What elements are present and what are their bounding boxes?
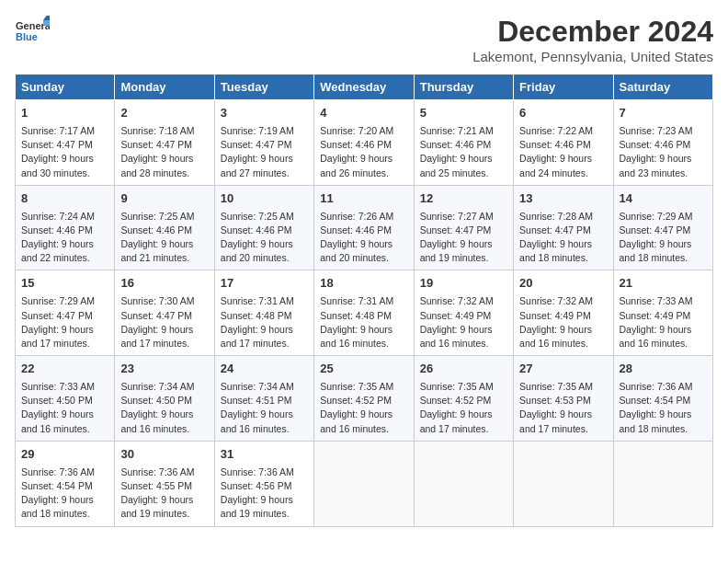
sunrise-text: Sunrise: 7:17 AM <box>21 125 95 136</box>
day-number: 15 <box>21 275 108 293</box>
sunrise-text: Sunrise: 7:36 AM <box>221 466 294 477</box>
calendar-table: Sunday Monday Tuesday Wednesday Thursday… <box>15 74 713 527</box>
daylight-text: Daylight: 9 hours and 20 minutes. <box>320 238 392 263</box>
daylight-text: Daylight: 9 hours and 19 minutes. <box>120 494 193 519</box>
sunset-text: Sunset: 4:48 PM <box>221 310 292 321</box>
daylight-text: Daylight: 9 hours and 16 minutes. <box>320 324 392 349</box>
col-monday: Monday <box>115 75 214 100</box>
sunset-text: Sunset: 4:52 PM <box>320 395 392 406</box>
table-row: 15Sunrise: 7:29 AMSunset: 4:47 PMDayligh… <box>16 270 115 356</box>
col-friday: Friday <box>514 75 613 100</box>
table-row: 3Sunrise: 7:19 AMSunset: 4:47 PMDaylight… <box>214 100 313 186</box>
day-number: 23 <box>120 361 208 378</box>
table-row <box>414 441 513 526</box>
col-tuesday: Tuesday <box>214 75 313 100</box>
sunrise-text: Sunrise: 7:33 AM <box>620 295 693 306</box>
sunrise-text: Sunrise: 7:26 AM <box>320 211 393 222</box>
sunset-text: Sunset: 4:46 PM <box>420 139 492 150</box>
page-header: General Blue December 2024 Lakemont, Pen… <box>15 15 713 64</box>
sunrise-text: Sunrise: 7:30 AM <box>120 295 194 306</box>
daylight-text: Daylight: 9 hours and 17 minutes. <box>221 324 293 349</box>
day-number: 21 <box>620 275 707 293</box>
sunset-text: Sunset: 4:46 PM <box>320 224 392 236</box>
table-row: 1Sunrise: 7:17 AMSunset: 4:47 PMDaylight… <box>16 100 115 186</box>
table-row: 25Sunrise: 7:35 AMSunset: 4:52 PMDayligh… <box>314 356 414 442</box>
svg-marker-3 <box>43 20 50 26</box>
sunset-text: Sunset: 4:54 PM <box>21 480 93 491</box>
table-row: 2Sunrise: 7:18 AMSunset: 4:47 PMDaylight… <box>115 100 214 186</box>
sunset-text: Sunset: 4:47 PM <box>420 224 492 236</box>
daylight-text: Daylight: 9 hours and 17 minutes. <box>519 408 592 433</box>
col-wednesday: Wednesday <box>314 75 414 100</box>
daylight-text: Daylight: 9 hours and 16 minutes. <box>519 324 592 349</box>
sunset-text: Sunset: 4:52 PM <box>420 395 492 406</box>
calendar-row: 29Sunrise: 7:36 AMSunset: 4:54 PMDayligh… <box>16 441 713 526</box>
day-number: 10 <box>221 190 308 208</box>
sunset-text: Sunset: 4:46 PM <box>620 139 691 150</box>
sunset-text: Sunset: 4:50 PM <box>120 395 192 406</box>
sunrise-text: Sunrise: 7:27 AM <box>420 211 494 222</box>
calendar-row: 22Sunrise: 7:33 AMSunset: 4:50 PMDayligh… <box>16 356 713 442</box>
daylight-text: Daylight: 9 hours and 23 minutes. <box>620 153 692 178</box>
day-number: 16 <box>120 275 208 293</box>
daylight-text: Daylight: 9 hours and 28 minutes. <box>120 153 193 178</box>
sunrise-text: Sunrise: 7:33 AM <box>21 381 95 392</box>
sunrise-text: Sunrise: 7:32 AM <box>420 295 494 306</box>
table-row: 23Sunrise: 7:34 AMSunset: 4:50 PMDayligh… <box>115 356 214 442</box>
logo: General Blue <box>15 15 50 50</box>
table-row: 28Sunrise: 7:36 AMSunset: 4:54 PMDayligh… <box>613 356 712 442</box>
day-number: 9 <box>120 190 208 208</box>
day-number: 28 <box>620 361 707 378</box>
sunrise-text: Sunrise: 7:29 AM <box>21 295 95 306</box>
title-block: December 2024 Lakemont, Pennsylvania, Un… <box>472 15 713 64</box>
sunset-text: Sunset: 4:49 PM <box>519 310 591 321</box>
table-row: 29Sunrise: 7:36 AMSunset: 4:54 PMDayligh… <box>16 441 115 526</box>
month-title: December 2024 <box>472 15 713 49</box>
table-row: 4Sunrise: 7:20 AMSunset: 4:46 PMDaylight… <box>314 100 414 186</box>
sunrise-text: Sunrise: 7:35 AM <box>320 381 393 392</box>
logo-container: General Blue <box>15 15 50 50</box>
sunrise-text: Sunrise: 7:31 AM <box>221 295 294 306</box>
day-number: 14 <box>620 190 707 208</box>
table-row: 19Sunrise: 7:32 AMSunset: 4:49 PMDayligh… <box>414 270 513 356</box>
day-number: 4 <box>320 105 407 122</box>
sunset-text: Sunset: 4:47 PM <box>120 310 192 321</box>
day-number: 11 <box>320 190 407 208</box>
sunset-text: Sunset: 4:46 PM <box>21 224 93 236</box>
sunset-text: Sunset: 4:46 PM <box>519 139 591 150</box>
daylight-text: Daylight: 9 hours and 17 minutes. <box>21 324 94 349</box>
sunrise-text: Sunrise: 7:31 AM <box>320 295 393 306</box>
calendar-body: 1Sunrise: 7:17 AMSunset: 4:47 PMDaylight… <box>16 100 713 527</box>
day-number: 31 <box>221 446 308 464</box>
sunrise-text: Sunrise: 7:22 AM <box>519 125 593 136</box>
day-number: 7 <box>620 105 707 122</box>
sunset-text: Sunset: 4:53 PM <box>519 395 591 406</box>
sunset-text: Sunset: 4:46 PM <box>120 224 192 236</box>
sunset-text: Sunset: 4:49 PM <box>420 310 492 321</box>
daylight-text: Daylight: 9 hours and 16 minutes. <box>21 408 94 433</box>
table-row: 20Sunrise: 7:32 AMSunset: 4:49 PMDayligh… <box>514 270 613 356</box>
daylight-text: Daylight: 9 hours and 16 minutes. <box>221 408 293 433</box>
day-number: 24 <box>221 361 308 378</box>
svg-text:Blue: Blue <box>16 31 38 42</box>
daylight-text: Daylight: 9 hours and 16 minutes. <box>320 408 392 433</box>
day-number: 27 <box>519 361 607 378</box>
day-number: 29 <box>21 446 108 464</box>
day-number: 20 <box>519 275 607 293</box>
daylight-text: Daylight: 9 hours and 22 minutes. <box>21 238 94 263</box>
daylight-text: Daylight: 9 hours and 17 minutes. <box>420 408 493 433</box>
sunrise-text: Sunrise: 7:20 AM <box>320 125 393 136</box>
sunset-text: Sunset: 4:49 PM <box>620 310 691 321</box>
daylight-text: Daylight: 9 hours and 18 minutes. <box>620 238 692 263</box>
sunset-text: Sunset: 4:47 PM <box>221 139 292 150</box>
sunset-text: Sunset: 4:55 PM <box>120 480 192 491</box>
day-number: 8 <box>21 190 108 208</box>
daylight-text: Daylight: 9 hours and 16 minutes. <box>420 324 493 349</box>
sunrise-text: Sunrise: 7:35 AM <box>519 381 593 392</box>
sunrise-text: Sunrise: 7:23 AM <box>620 125 693 136</box>
sunrise-text: Sunrise: 7:34 AM <box>221 381 294 392</box>
sunrise-text: Sunrise: 7:35 AM <box>420 381 494 392</box>
daylight-text: Daylight: 9 hours and 19 minutes. <box>420 238 493 263</box>
sunrise-text: Sunrise: 7:19 AM <box>221 125 294 136</box>
day-number: 30 <box>120 446 208 464</box>
